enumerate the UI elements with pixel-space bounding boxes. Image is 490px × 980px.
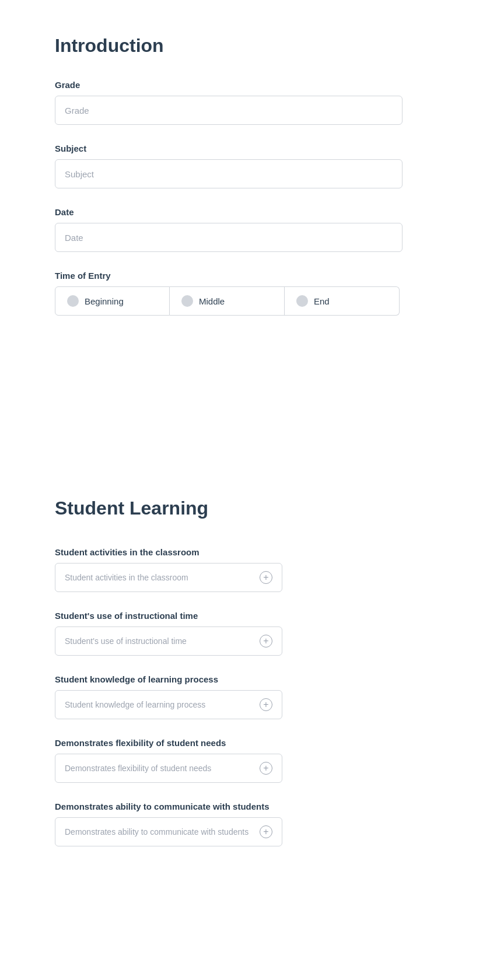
- student-learning-section: Student Learning Student activities in t…: [55, 498, 435, 846]
- flexibility-needs-group: Demonstrates flexibility of student need…: [55, 738, 435, 783]
- flexibility-needs-label: Demonstrates flexibility of student need…: [55, 738, 435, 748]
- radio-label-beginning: Beginning: [85, 296, 124, 306]
- date-input[interactable]: [55, 223, 402, 252]
- instructional-time-placeholder: Student's use of instructional time: [65, 636, 187, 646]
- student-activities-placeholder: Student activities in the classroom: [65, 573, 188, 582]
- flexibility-needs-placeholder: Demonstrates flexibility of student need…: [65, 764, 211, 773]
- knowledge-learning-plus-icon: +: [260, 698, 272, 711]
- knowledge-learning-label: Student knowledge of learning process: [55, 674, 435, 684]
- knowledge-learning-group: Student knowledge of learning process St…: [55, 674, 435, 719]
- student-learning-title: Student Learning: [55, 498, 435, 519]
- communicate-students-dropdown[interactable]: Demonstrates ability to communicate with…: [55, 817, 282, 846]
- flexibility-needs-dropdown[interactable]: Demonstrates flexibility of student need…: [55, 754, 282, 783]
- instructional-time-label: Student's use of instructional time: [55, 611, 435, 621]
- knowledge-learning-placeholder: Student knowledge of learning process: [65, 700, 205, 709]
- subject-field-group: Subject: [55, 144, 435, 188]
- knowledge-learning-dropdown[interactable]: Student knowledge of learning process +: [55, 690, 282, 719]
- student-activities-group: Student activities in the classroom Stud…: [55, 547, 435, 592]
- date-field-group: Date: [55, 207, 435, 252]
- flexibility-needs-plus-icon: +: [260, 762, 272, 775]
- student-activities-label: Student activities in the classroom: [55, 547, 435, 557]
- radio-option-end[interactable]: End: [285, 286, 400, 316]
- student-activities-dropdown[interactable]: Student activities in the classroom +: [55, 563, 282, 592]
- introduction-title: Introduction: [55, 35, 435, 57]
- time-of-entry-group: Time of Entry Beginning Middle End: [55, 271, 435, 316]
- radio-option-beginning[interactable]: Beginning: [55, 286, 170, 316]
- radio-option-middle[interactable]: Middle: [170, 286, 285, 316]
- section-spacer: [55, 334, 435, 498]
- radio-label-end: End: [314, 296, 330, 306]
- radio-circle-middle: [181, 295, 193, 307]
- subject-label: Subject: [55, 144, 435, 153]
- communicate-students-group: Demonstrates ability to communicate with…: [55, 802, 435, 846]
- instructional-time-group: Student's use of instructional time Stud…: [55, 611, 435, 656]
- radio-circle-end: [296, 295, 308, 307]
- date-label: Date: [55, 207, 435, 217]
- instructional-time-dropdown[interactable]: Student's use of instructional time +: [55, 626, 282, 656]
- time-of-entry-options: Beginning Middle End: [55, 286, 435, 316]
- grade-input[interactable]: [55, 96, 402, 125]
- time-of-entry-label: Time of Entry: [55, 271, 435, 281]
- radio-circle-beginning: [67, 295, 79, 307]
- subject-input[interactable]: [55, 159, 402, 188]
- communicate-students-placeholder: Demonstrates ability to communicate with…: [65, 827, 249, 836]
- radio-label-middle: Middle: [199, 296, 225, 306]
- instructional-time-plus-icon: +: [260, 635, 272, 648]
- student-activities-plus-icon: +: [260, 571, 272, 584]
- communicate-students-label: Demonstrates ability to communicate with…: [55, 802, 435, 811]
- communicate-students-plus-icon: +: [260, 825, 272, 838]
- grade-field-group: Grade: [55, 80, 435, 125]
- grade-label: Grade: [55, 80, 435, 90]
